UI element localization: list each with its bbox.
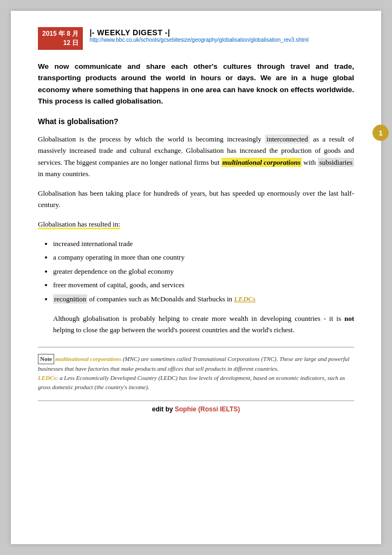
footer-author: Sophie (Rossi IELTS): [175, 405, 240, 413]
recognition-highlight: recognition: [53, 294, 87, 304]
list-item-ledc: recognition of companies such as McDonal…: [53, 293, 354, 305]
note-ledc-label: LEDCs: [38, 375, 56, 381]
note-mnc-text: multinational corporations: [55, 356, 121, 362]
multinational-highlight: multinational corporations: [221, 158, 302, 167]
list-item: freer movement of capital, goods, and se…: [53, 279, 354, 291]
list-item: increased international trade: [53, 237, 354, 250]
date-line2: 12 日: [42, 38, 79, 48]
para1-before-interconnected: Globalisation is the process by which th…: [38, 135, 265, 143]
digest-title: |- WEEKLY DIGEST -|: [89, 28, 309, 37]
subsidiaries-highlight: subsidiaries: [318, 158, 354, 167]
list-item: greater dependence on the global economy: [53, 265, 354, 278]
interconnected-highlight: interconnected: [265, 134, 310, 144]
ledc-label: LEDCs: [234, 295, 256, 303]
footer-before: edit by: [152, 405, 175, 413]
last-bullet-end: helping to close the gap between the wor…: [53, 326, 295, 334]
para1-after-multinational: with: [302, 158, 318, 166]
date-box: 2015 年 8 月 12 日: [38, 27, 83, 50]
page-number-badge: 1: [373, 125, 389, 141]
not-bold: not: [344, 314, 354, 322]
body-para-3: Globalisation has resulted in:: [38, 218, 354, 230]
recognition-text: recognition of companies such as McDonal…: [53, 294, 234, 304]
date-line1: 2015 年 8 月: [42, 29, 79, 38]
section-heading: What is globalisation?: [38, 117, 354, 126]
last-bullet-start: Although globalisation is probably helpi…: [53, 314, 344, 322]
body-para-2: Globalisation has been taking place for …: [38, 188, 354, 211]
header-right: |- WEEKLY DIGEST -| http://www.bbc.co.uk…: [89, 27, 309, 43]
intro-paragraph: We now communicate and share each other'…: [38, 61, 354, 107]
para3-start: Globalisation has resulted in:: [38, 220, 120, 228]
header: 2015 年 8 月 12 日 |- WEEKLY DIGEST -| http…: [38, 27, 354, 50]
note-section: Notemultinational corporations (MNC) are…: [38, 354, 354, 392]
body-para-1: Globalisation is the process by which th…: [38, 133, 354, 180]
last-bullet-content: Although globalisation is probably helpi…: [53, 313, 354, 336]
list-item: a company operating in more than one cou…: [53, 251, 354, 263]
digest-url[interactable]: http://www.bbc.co.uk/schools/gcsebitesiz…: [89, 37, 309, 43]
note-label: Note: [38, 354, 54, 364]
footer-divider: [38, 401, 354, 401]
section-divider: [38, 347, 354, 347]
note-mnc-para: Notemultinational corporations (MNC) are…: [38, 354, 354, 373]
page-number: 1: [378, 129, 382, 137]
para1-after-subsidiaries: in many countries.: [38, 170, 90, 178]
note-ledc-para: LEDCs: a Less Economically Developed Cou…: [38, 373, 354, 392]
note-ledc-definition: a Less Economically Developed Country (L…: [38, 375, 345, 390]
page-container: 1 2015 年 8 月 12 日 |- WEEKLY DIGEST -| ht…: [11, 11, 381, 544]
footer-text: edit by Sophie (Rossi IELTS): [38, 405, 354, 413]
bullet-list: increased international trade a company …: [53, 237, 354, 305]
